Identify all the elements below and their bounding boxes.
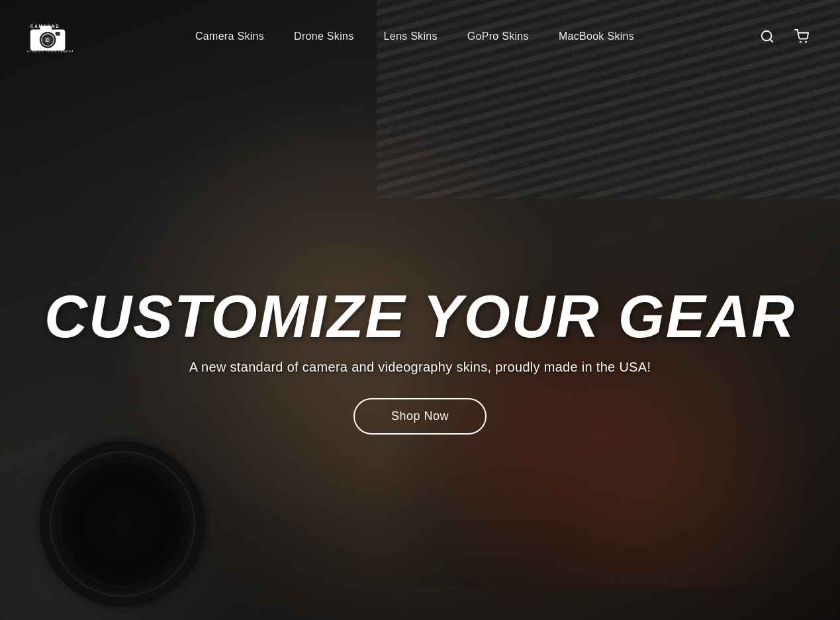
nav-item-macbook-skins[interactable]: MacBook Skins: [559, 30, 634, 42]
nav-link-gopro-skins[interactable]: GoPro Skins: [467, 30, 529, 42]
nav-link-lens-skins[interactable]: Lens Skins: [383, 30, 437, 42]
nav-item-camera-skins[interactable]: Camera Skins: [195, 30, 264, 42]
nav-item-drone-skins[interactable]: Drone Skins: [294, 30, 353, 42]
svg-rect-6: [56, 32, 60, 36]
cart-button[interactable]: [791, 26, 814, 47]
svg-text:CUSTOMIZE YOUR CAMERA: CUSTOMIZE YOUR CAMERA: [26, 50, 73, 54]
logo[interactable]: C CUSTOMIZE YOUR CAMERA CAMSKNS: [26, 13, 73, 60]
search-button[interactable]: [757, 26, 778, 47]
svg-point-13: [805, 41, 807, 43]
svg-text:CAMSKNS: CAMSKNS: [30, 24, 60, 28]
navbar: C CUSTOMIZE YOUR CAMERA CAMSKNS Camera S…: [0, 0, 840, 73]
hero-subtitle: A new standard of camera and videography…: [13, 360, 827, 375]
nav-icons: [757, 26, 814, 47]
nav-link-drone-skins[interactable]: Drone Skins: [294, 30, 353, 42]
nav-links: Camera Skins Drone Skins Lens Skins GoPr…: [195, 30, 634, 42]
search-icon: [760, 29, 774, 44]
svg-text:C: C: [46, 37, 50, 43]
nav-link-camera-skins[interactable]: Camera Skins: [195, 30, 264, 42]
hero-title: CUSTOMIZE YOUR GEAR: [13, 287, 827, 346]
svg-point-12: [800, 41, 802, 43]
logo-icon: C CUSTOMIZE YOUR CAMERA CAMSKNS: [26, 13, 73, 60]
nav-item-lens-skins[interactable]: Lens Skins: [383, 30, 437, 42]
svg-line-11: [770, 39, 772, 42]
cart-icon: [794, 29, 810, 44]
nav-item-gopro-skins[interactable]: GoPro Skins: [467, 30, 529, 42]
hero-container: C CUSTOMIZE YOUR CAMERA CAMSKNS Camera S…: [0, 0, 840, 620]
hero-content: CUSTOMIZE YOUR GEAR A new standard of ca…: [0, 287, 840, 435]
nav-link-macbook-skins[interactable]: MacBook Skins: [559, 30, 634, 42]
shop-now-button[interactable]: Shop Now: [353, 398, 487, 435]
